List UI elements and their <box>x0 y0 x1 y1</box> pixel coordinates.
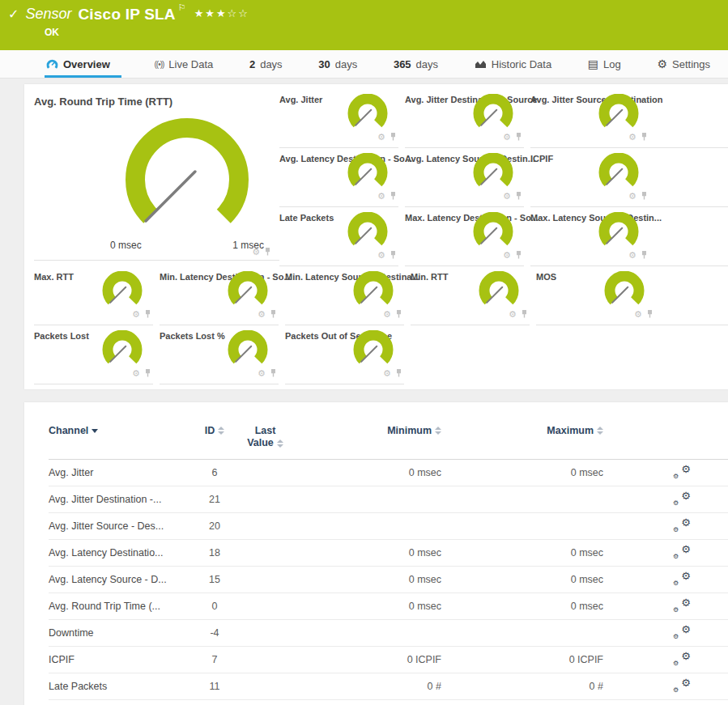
broadcast-icon: ((•)) <box>155 60 164 69</box>
pin-icon[interactable] <box>270 368 277 378</box>
channel-settings-icon[interactable]: ⚙ ⚙ <box>673 625 691 639</box>
gauge-arc <box>610 276 639 301</box>
gauge-arc <box>479 217 508 242</box>
channel-name[interactable]: Downtime <box>49 627 186 639</box>
gear-icon[interactable]: ⚙ <box>377 133 385 142</box>
channel-name[interactable]: Late Packets <box>49 681 186 692</box>
gauge-arc <box>484 276 513 301</box>
sort-maximum[interactable]: Maximum <box>547 425 603 436</box>
gauge-panel: Packets Lost ⚙ <box>34 325 153 384</box>
pin-icon[interactable] <box>641 191 648 201</box>
gear-icon[interactable]: ⚙ <box>628 133 636 142</box>
gauge <box>598 153 640 190</box>
pin-icon[interactable] <box>270 309 277 319</box>
pin-icon[interactable] <box>390 132 397 142</box>
pin-icon[interactable] <box>641 250 648 260</box>
gear-icon[interactable]: ⚙ <box>503 251 511 260</box>
gear-icon[interactable]: ⚙ <box>634 310 642 319</box>
channel-settings-icon[interactable]: ⚙ ⚙ <box>673 571 691 585</box>
gauge-dial <box>118 113 256 235</box>
tab-30-days[interactable]: 30 days <box>315 50 360 78</box>
tab-settings[interactable]: ⚙ Settings <box>653 50 713 78</box>
pin-icon[interactable] <box>515 250 522 260</box>
gear-icon[interactable]: ⚙ <box>383 369 391 378</box>
channel-name[interactable]: Avg. Jitter Destination -... <box>49 494 186 505</box>
gear-icon[interactable]: ⚙ <box>377 192 385 201</box>
channel-name[interactable]: Avg. Jitter Source - Des... <box>49 520 186 532</box>
gear-icon[interactable]: ⚙ <box>132 369 140 378</box>
tab-number: 365 <box>394 58 411 70</box>
pin-icon[interactable] <box>395 368 402 378</box>
channel-name[interactable]: Avg. Round Trip Time (... <box>49 601 186 612</box>
pin-icon[interactable] <box>515 132 522 142</box>
pin-icon[interactable] <box>264 247 271 257</box>
gear-icon[interactable]: ⚙ <box>383 310 391 319</box>
gauge-title: Max. RTT <box>34 272 74 282</box>
sort-id[interactable]: ID <box>205 425 225 436</box>
gauge <box>347 94 389 131</box>
channel-minimum: 0 msec <box>287 574 441 585</box>
gauge-title: Avg. Jitter Source - Destination <box>530 95 662 104</box>
channel-id: 11 <box>186 681 243 692</box>
tab-historic-data[interactable]: Historic Data <box>471 50 555 78</box>
pin-icon[interactable] <box>144 368 151 378</box>
mini-gauge-grid: Avg. Jitter ⚙ Avg. Jitter Destination - … <box>279 89 728 266</box>
tab-365-days[interactable]: 365 days <box>390 50 441 78</box>
sort-last-value[interactable]: Last Value <box>243 425 287 449</box>
gauge-arc <box>479 99 508 124</box>
gear-icon[interactable]: ⚙ <box>258 369 266 378</box>
gear-icon[interactable]: ⚙ <box>377 251 385 260</box>
gauge-panel: Late Packets ⚙ <box>279 207 398 266</box>
channel-settings-icon[interactable]: ⚙ ⚙ <box>673 652 691 665</box>
pin-icon[interactable] <box>515 191 522 201</box>
gauge-needle <box>146 172 195 221</box>
gauge-dial <box>347 212 389 249</box>
pin-icon[interactable] <box>390 250 397 260</box>
sort-channel[interactable]: Channel <box>49 425 98 436</box>
pin-icon[interactable] <box>144 309 151 319</box>
pin-icon[interactable] <box>390 191 397 201</box>
tab-overview[interactable]: Overview <box>45 50 121 78</box>
gear-icon[interactable]: ⚙ <box>628 251 636 260</box>
channel-name[interactable]: Avg. Latency Destinatio... <box>49 547 186 558</box>
priority-flag-icon[interactable]: ⚐ <box>178 2 186 13</box>
pin-icon[interactable] <box>646 309 653 319</box>
pin-icon[interactable] <box>521 309 528 319</box>
gauge-panel: Avg. Jitter Source - Destination ⚙ <box>530 89 728 148</box>
pin-icon[interactable] <box>395 309 402 319</box>
sort-desc-icon <box>92 429 98 433</box>
tab-log[interactable]: ▤ Log <box>585 50 624 78</box>
gear-icon[interactable]: ⚙ <box>509 310 517 319</box>
tab-live-data[interactable]: ((•)) Live Data <box>151 50 217 78</box>
sensor-header: ✓ Sensor Cisco IP SLA ⚐ ★★★☆☆ OK <box>0 0 728 50</box>
sort-minimum[interactable]: Minimum <box>387 425 441 436</box>
gear-icon[interactable]: ⚙ <box>132 310 140 319</box>
gauge <box>347 153 389 190</box>
gear-icon[interactable]: ⚙ <box>252 248 260 257</box>
channel-name[interactable]: ICPIF <box>49 654 186 665</box>
priority-stars[interactable]: ★★★☆☆ <box>194 7 249 19</box>
channel-settings-icon[interactable]: ⚙ ⚙ <box>673 491 691 505</box>
gear-icon[interactable]: ⚙ <box>503 133 511 142</box>
channel-settings-icon[interactable]: ⚙ ⚙ <box>673 518 691 532</box>
gauge <box>227 330 269 367</box>
gauges-panel: Avg. Round Trip Time (RTT) 0 msec 1 msec… <box>24 84 728 389</box>
channel-name[interactable]: Avg. Jitter <box>49 467 186 478</box>
channel-name[interactable]: Avg. Latency Source - D... <box>49 574 186 585</box>
table-row: Avg. Latency Source - D... 15 0 msec 0 m… <box>49 567 728 593</box>
tab-2-days[interactable]: 2 days <box>246 50 286 78</box>
channel-settings-icon[interactable]: ⚙ ⚙ <box>673 465 691 478</box>
channel-settings-icon[interactable]: ⚙ ⚙ <box>673 545 691 558</box>
gauge-panel: Avg. Latency Source - Destin... ⚙ <box>405 148 524 207</box>
gear-icon[interactable]: ⚙ <box>258 310 266 319</box>
gear-icon[interactable]: ⚙ <box>628 192 636 201</box>
channel-settings-icon[interactable]: ⚙ ⚙ <box>673 678 691 692</box>
channel-settings-icon[interactable]: ⚙ ⚙ <box>673 598 691 612</box>
pin-icon[interactable] <box>641 132 648 142</box>
gauge-dial <box>472 212 514 249</box>
gauge <box>101 271 143 308</box>
gauge-title: MOS <box>536 272 556 282</box>
channel-maximum: 0 ICPIF <box>441 654 603 665</box>
gear-icon[interactable]: ⚙ <box>503 192 511 201</box>
gauge <box>598 212 640 249</box>
